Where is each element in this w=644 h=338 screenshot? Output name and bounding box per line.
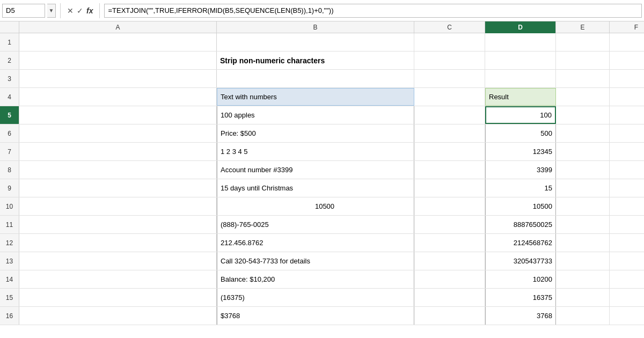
cell-b[interactable]: Text with numbers [217,88,414,106]
cell-c[interactable] [414,252,485,270]
cell-f[interactable] [610,143,644,160]
cell-d[interactable]: 3205437733 [485,252,556,270]
cell-a[interactable] [19,179,217,197]
formula-input[interactable] [104,4,642,18]
cell-b[interactable] [217,70,414,87]
cell-d[interactable]: 8887650025 [485,216,556,233]
cell-a[interactable] [19,289,217,306]
cell-e[interactable] [556,252,610,270]
cell-a[interactable] [19,234,217,252]
cell-a[interactable] [19,161,217,179]
cell-e[interactable] [556,33,610,51]
cell-a[interactable] [19,124,217,142]
cell-e[interactable] [556,124,610,142]
cell-d[interactable] [485,33,556,51]
fx-icon[interactable]: fx [86,6,93,15]
cell-d[interactable]: 100 [485,106,556,124]
cell-d[interactable]: 2124568762 [485,234,556,252]
cell-b[interactable]: 1 2 3 4 5 [217,143,414,160]
cell-a[interactable] [19,70,217,87]
cell-f[interactable] [610,252,644,270]
cell-f[interactable] [610,33,644,51]
cell-c[interactable] [414,88,485,106]
col-header-e[interactable]: E [556,21,610,33]
cell-f[interactable] [610,88,644,106]
cell-a[interactable] [19,197,217,215]
col-header-a[interactable]: A [19,21,217,33]
cell-e[interactable] [556,234,610,252]
cell-a[interactable] [19,216,217,233]
cell-f[interactable] [610,106,644,124]
cell-b[interactable]: 100 apples [217,106,414,124]
cell-b[interactable]: Price: $500 [217,124,414,142]
cell-b[interactable]: 212.456.8762 [217,234,414,252]
cell-f[interactable] [610,270,644,288]
cell-c[interactable] [414,179,485,197]
cell-e[interactable] [556,197,610,215]
cell-d[interactable]: 10200 [485,270,556,288]
cell-c[interactable] [414,106,485,124]
cell-b[interactable]: (888)-765-0025 [217,216,414,233]
cell-e[interactable] [556,52,610,69]
cell-b[interactable] [217,33,414,51]
cell-c[interactable] [414,270,485,288]
cell-c[interactable] [414,33,485,51]
cancel-icon[interactable]: ✕ [67,6,74,15]
confirm-icon[interactable]: ✓ [77,6,83,15]
cell-f[interactable] [610,197,644,215]
cell-f[interactable] [610,161,644,179]
cell-e[interactable] [556,106,610,124]
cell-d[interactable]: 12345 [485,143,556,160]
cell-b[interactable]: Account number #3399 [217,161,414,179]
cell-b[interactable]: $3768 [217,307,414,325]
cell-c[interactable] [414,307,485,325]
cell-e[interactable] [556,88,610,106]
cell-e[interactable] [556,307,610,325]
cell-f[interactable] [610,179,644,197]
cell-e[interactable] [556,179,610,197]
cell-d[interactable]: 3768 [485,307,556,325]
cell-c[interactable] [414,216,485,233]
cell-a[interactable] [19,270,217,288]
cell-e[interactable] [556,270,610,288]
cell-f[interactable] [610,70,644,87]
cell-d[interactable]: 15 [485,179,556,197]
cell-e[interactable] [556,289,610,306]
cell-a[interactable] [19,52,217,69]
col-header-d[interactable]: D [485,21,556,33]
cell-c[interactable] [414,197,485,215]
cell-f[interactable] [610,216,644,233]
cell-b[interactable]: 15 days until Christmas [217,179,414,197]
cell-a[interactable] [19,252,217,270]
cell-f[interactable] [610,234,644,252]
cell-d[interactable] [485,52,556,69]
cell-c[interactable] [414,143,485,160]
cell-d[interactable]: 16375 [485,289,556,306]
cell-c[interactable] [414,52,485,69]
cell-e[interactable] [556,70,610,87]
cell-c[interactable] [414,161,485,179]
cell-c[interactable] [414,124,485,142]
cell-e[interactable] [556,143,610,160]
cell-c[interactable] [414,289,485,306]
cell-c[interactable] [414,70,485,87]
cell-b[interactable]: 10500 [217,197,414,215]
cell-a[interactable] [19,88,217,106]
cell-b[interactable]: (16375) [217,289,414,306]
cell-f[interactable] [610,52,644,69]
cell-f[interactable] [610,289,644,306]
cell-d[interactable]: 500 [485,124,556,142]
cell-b[interactable]: Balance: $10,200 [217,270,414,288]
col-header-c[interactable]: C [414,21,485,33]
cell-f[interactable] [610,124,644,142]
cell-a[interactable] [19,307,217,325]
cell-reference-box[interactable]: D5 [2,4,45,18]
cell-b[interactable]: Call 320-543-7733 for details [217,252,414,270]
col-header-b[interactable]: B [217,21,414,33]
cell-a[interactable] [19,143,217,160]
cell-a[interactable] [19,106,217,124]
cell-a[interactable] [19,33,217,51]
cell-e[interactable] [556,161,610,179]
cell-ref-dropdown-arrow[interactable]: ▼ [47,4,56,18]
cell-e[interactable] [556,216,610,233]
